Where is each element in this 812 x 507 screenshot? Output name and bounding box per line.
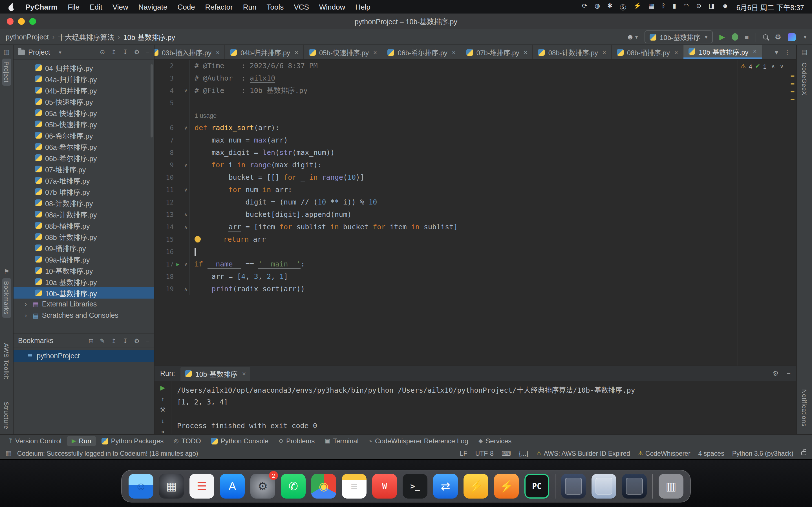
next-problem-icon[interactable]: ∨ (779, 63, 784, 69)
code-line[interactable]: 5 (154, 97, 796, 109)
code-line[interactable]: 13∧ bucket[digit].append(num) (154, 209, 796, 221)
menubar-status-icon-6[interactable]: ᛒ (662, 2, 665, 11)
tree-file-row[interactable]: 07-堆排序.py (13, 163, 154, 175)
menubar-status-icon-2[interactable]: ✱ (607, 2, 612, 11)
code-line[interactable]: 18 arr = [4, 3, 2, 1] (154, 270, 796, 283)
dock-item-screen-sharing-app[interactable]: ⇄ (433, 474, 458, 499)
debug-button[interactable] (732, 33, 738, 41)
code-line[interactable]: 10 bucket = [[] for _ in range(10)] (154, 171, 796, 184)
menubar-clock[interactable]: 6月6日 周二 下午8:37 (737, 1, 804, 12)
toolwindow-button-todo[interactable]: ◎TODO (169, 436, 205, 446)
tree-file-row[interactable]: 08b-计数排序.py (13, 231, 154, 242)
tab-close-icon[interactable]: × (753, 48, 757, 55)
codegeex-icon[interactable] (788, 33, 796, 41)
dock-item-reminders[interactable]: ☰ (190, 474, 214, 499)
tree-scrollbar[interactable] (151, 64, 153, 137)
dock-item-chrome[interactable]: ◉ (311, 474, 336, 499)
more-icon[interactable]: » (161, 428, 164, 435)
tab-close-icon[interactable]: × (373, 49, 377, 55)
dock-item-window-preview-2[interactable] (592, 474, 616, 499)
close-icon[interactable]: × (242, 370, 246, 377)
bookmarks-toolbar-icon-3[interactable]: ↧ (123, 337, 128, 344)
run-line-icon[interactable]: ▶ (174, 258, 182, 270)
tree-node-row[interactable]: ›▤External Libraries (13, 298, 154, 310)
code-line[interactable]: 6∨def radix_sort(arr): (154, 122, 796, 134)
toolwindow-button-version-control[interactable]: ᛘVersion Control (4, 436, 66, 446)
project-tool-icon[interactable]: ▥ (4, 48, 10, 56)
tree-file-row[interactable]: 10b-基数排序.py (13, 287, 154, 298)
bookmarks-toolbar-icon-4[interactable]: ⚙ (134, 337, 140, 344)
tree-file-row[interactable]: 05-快速排序.py (13, 96, 154, 107)
code-line[interactable]: 3# @Author : ailx10 (154, 72, 796, 84)
code-line[interactable]: 1 usage (154, 109, 796, 122)
bookmarks-toolbar-icon-2[interactable]: ↥ (111, 337, 116, 344)
tree-file-row[interactable]: 06a-希尔排序.py (13, 141, 154, 152)
menu-item-navigate[interactable]: Navigate (139, 3, 167, 11)
code-line[interactable]: 9∨ for i in range(max_digit): (154, 159, 796, 171)
toolwindow-button-problems[interactable]: ⊙Problems (274, 436, 319, 446)
code-line[interactable]: 12 digit = (num // (10 ** i)) % 10 (154, 196, 796, 209)
tree-file-row[interactable]: 09a-桶排序.py (13, 253, 154, 265)
status-widget-python-3-6-py3hack[interactable]: Python 3.6 (py3hack) (732, 450, 794, 457)
dock-item-launchpad[interactable]: ▦ (159, 474, 184, 499)
tree-file-row[interactable]: 06-希尔排序.py (13, 129, 154, 141)
database-icon[interactable]: ▤ (802, 48, 808, 56)
run-toolbar-icon-1[interactable]: ↑ (161, 395, 164, 402)
dock-item-notes[interactable]: ≡ (342, 474, 366, 499)
editor-tab-07b-py[interactable]: 07b-堆排序.py× (461, 45, 533, 59)
menu-item-view[interactable]: View (112, 3, 128, 11)
bookmark-flag-icon[interactable]: ⚑ (4, 268, 9, 276)
dock-item-finder[interactable]: ☺ (129, 474, 153, 499)
menu-item-help[interactable]: Help (355, 3, 370, 11)
bookmarks-toolbar-icon-0[interactable]: ⊞ (89, 337, 94, 344)
editor-tab-05b-py[interactable]: 05b-快速排序.py× (304, 45, 383, 59)
code-line[interactable]: 19∧ print(radix_sort(arr)) (154, 283, 796, 295)
fold-marker-icon[interactable]: ∨ (182, 84, 190, 97)
menubar-status-icon-8[interactable]: ◠ (683, 2, 689, 11)
run-toolbar-icon-2[interactable]: ⚒ (160, 406, 165, 413)
dock-item-wps-office[interactable]: W (372, 474, 397, 499)
editor-tab-04b-py[interactable]: 04b-归并排序.py× (225, 45, 304, 59)
menu-item-refactor[interactable]: Refactor (205, 3, 233, 11)
menu-app-name[interactable]: PyCharm (26, 3, 57, 11)
hide-toolbar-chevron-icon[interactable]: ▾ (804, 34, 806, 40)
fold-marker-icon[interactable]: ∨ (182, 159, 190, 171)
lock-icon[interactable] (801, 451, 806, 455)
project-toolbar-icon-1[interactable]: ↥ (111, 48, 116, 56)
fold-marker-icon[interactable]: ∧ (182, 209, 190, 221)
toolwindow-button-codewhisperer-reference-log[interactable]: ⌁CodeWhisperer Reference Log (364, 436, 473, 446)
status-widget-item[interactable]: ⌨ (502, 449, 511, 457)
menu-item-code[interactable]: Code (177, 3, 195, 11)
tree-file-row[interactable]: 05b-快速排序.py (13, 118, 154, 129)
status-widget-item[interactable]: {...} (519, 450, 529, 457)
editor-tab-08b-py[interactable]: 08b-桶排序.py× (612, 45, 684, 59)
tree-node-row[interactable]: ›▤Scratches and Consoles (13, 310, 154, 321)
search-everywhere-button[interactable] (763, 34, 768, 40)
tree-file-row[interactable]: 04b-归并排序.py (13, 84, 154, 96)
tree-file-row[interactable]: 07a-堆排序.py (13, 175, 154, 186)
menubar-status-icon-7[interactable]: ▮ (673, 2, 676, 11)
code-line[interactable]: 16 (154, 245, 796, 258)
editor-tab-03b-py[interactable]: 03b-插入排序.py× (154, 45, 225, 59)
code-line[interactable]: 11∨ for num in arr: (154, 184, 796, 196)
dock-item-wechat[interactable]: ✆ (281, 474, 306, 499)
tab-bar-icon-1[interactable]: ⋮ (784, 48, 791, 56)
bookmarks-toolbar-icon-1[interactable]: ✎ (100, 337, 105, 344)
code-line[interactable]: 15 return arr (154, 233, 796, 245)
dock-item-window-preview-3[interactable] (622, 474, 647, 499)
user-account-button[interactable]: ☻▾ (626, 33, 638, 41)
code-line[interactable]: 7 max_num = max(arr) (154, 134, 796, 147)
menubar-status-icon-1[interactable]: ◍ (595, 2, 600, 11)
run-configuration-selector[interactable]: 10b-基数排序 ▾ (645, 31, 712, 43)
menu-item-window[interactable]: Window (319, 3, 345, 11)
dock-item-system-settings[interactable]: ⚙2 (250, 474, 275, 499)
menubar-status-icon-3[interactable]: Ⓢ (620, 2, 626, 11)
stripe-item-bookmarks[interactable]: Bookmarks (2, 278, 11, 318)
code-line[interactable]: 17▶∨if __name__ == '__main__': (154, 258, 796, 270)
tree-file-row[interactable]: 08a-计数排序.py (13, 209, 154, 220)
dock-item-trash[interactable]: ▥ (659, 474, 683, 499)
tree-file-row[interactable]: 06b-希尔排序.py (13, 152, 154, 163)
status-widget-codewhisperer[interactable]: ⚠CodeWhisperer (638, 450, 691, 457)
dock-item-security-app[interactable]: ⚡ (494, 474, 519, 499)
project-toolbar-icon-4[interactable]: − (146, 48, 149, 56)
